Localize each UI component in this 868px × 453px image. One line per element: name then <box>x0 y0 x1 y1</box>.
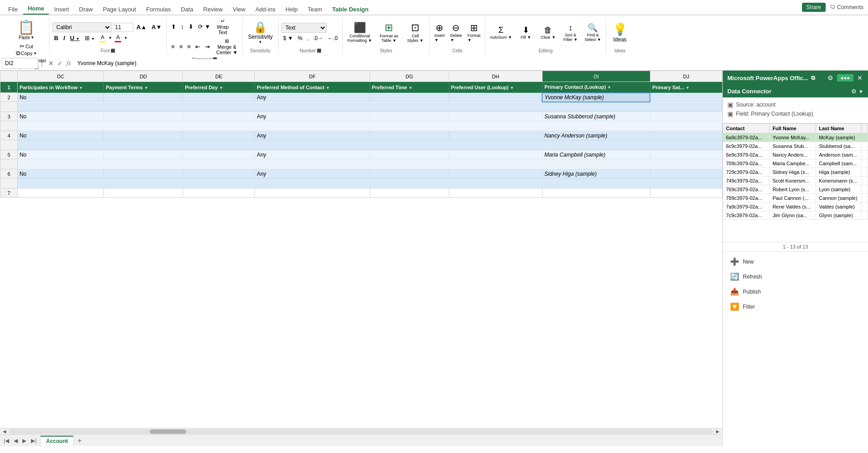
cell-de2[interactable] <box>183 93 255 102</box>
tab-insert[interactable]: Insert <box>50 4 74 15</box>
underline-button[interactable]: U ▼ <box>68 34 81 42</box>
enter-formula-button[interactable]: ✓ <box>56 59 64 68</box>
borders-button[interactable]: ⊞ ▼ <box>83 34 97 42</box>
side-data-row[interactable]: 7a9c3979-02a... Rene Valdes (s... Valdes… <box>723 203 868 211</box>
cell-dg2[interactable] <box>370 93 449 102</box>
cell-dh3[interactable] <box>449 112 542 121</box>
row-num-7[interactable]: 7 <box>0 188 18 198</box>
col-header-dc[interactable]: DC <box>17 71 104 82</box>
row-num-4b[interactable] <box>0 140 18 150</box>
cancel-formula-button[interactable]: ✕ <box>47 59 55 68</box>
tab-formulas[interactable]: Formulas <box>142 4 175 15</box>
cell-de4[interactable] <box>183 131 255 140</box>
cell-dg6[interactable] <box>370 169 449 178</box>
align-left-button[interactable]: ≡ <box>169 37 177 56</box>
bold-button[interactable]: B <box>52 34 60 42</box>
tab-review[interactable]: Review <box>199 4 228 15</box>
cell-dc5[interactable]: No <box>17 150 104 159</box>
col-header-di[interactable]: DI <box>542 71 650 82</box>
side-data-row[interactable]: 729c3979-02a... Sidney Higa (s... Higa (… <box>723 168 868 177</box>
tab-help[interactable]: Help <box>281 4 302 15</box>
cell-dj7[interactable] <box>650 188 722 198</box>
cut-button[interactable]: ✂ Cut <box>20 43 33 50</box>
cell-di7[interactable] <box>542 188 650 198</box>
cell-dc4[interactable]: No <box>17 131 104 140</box>
increase-font-button[interactable]: A▲ <box>135 23 148 31</box>
cell-dj5[interactable] <box>650 150 722 159</box>
align-bottom-button[interactable]: ⬇ <box>187 17 195 36</box>
cell-dd5[interactable] <box>104 150 183 159</box>
side-data-row[interactable]: 709c3979-02a... Maria Campbe... Campbell… <box>723 159 868 168</box>
cell-dj1[interactable]: Primary Sat... ▼ <box>650 82 722 93</box>
find-select-button[interactable]: 🔍 Find &Select ▼ <box>583 22 603 43</box>
row-num-2b[interactable] <box>0 102 18 112</box>
increase-decimal-button[interactable]: .0→ <box>311 34 325 42</box>
cell-dh6[interactable] <box>449 169 542 178</box>
scroll-thumb[interactable] <box>9 429 713 434</box>
col-header-dg[interactable]: DG <box>370 71 449 82</box>
side-action-filter[interactable]: 🔽 Filter <box>727 300 863 313</box>
cell-dg3[interactable] <box>370 112 449 121</box>
cell-de5[interactable] <box>183 150 255 159</box>
side-data-row[interactable]: 749c3979-02a... Scott Konersm... Konersm… <box>723 177 868 185</box>
side-data-row[interactable]: 769c3979-02a... Robert Lyon (s... Lyon (… <box>723 185 868 194</box>
cell-di5[interactable]: Maria Campbell (sample) <box>542 150 650 159</box>
side-data-row[interactable]: 6a9c3979-02a... Yvonne McKay... McKay (s… <box>723 133 868 142</box>
cell-de7[interactable] <box>183 188 255 198</box>
cell-dd7[interactable] <box>104 188 183 198</box>
cell-df5[interactable]: Any <box>255 150 370 159</box>
col-header-dj[interactable]: DJ <box>650 71 722 82</box>
row-num-5[interactable]: 5 <box>0 150 18 159</box>
row-num-1[interactable]: 1 <box>0 82 18 93</box>
paste-button[interactable]: 📋 Paste ▼ <box>14 17 38 42</box>
side-data-row[interactable]: 6e9c3979-02a... Nancy Anders... Anderson… <box>723 151 868 159</box>
cell-de1[interactable]: Preferred Day ▼ <box>183 82 255 93</box>
conditional-formatting-button[interactable]: ⬛ ConditionalFormatting ▼ <box>345 21 374 44</box>
add-sheet-button[interactable]: + <box>76 437 83 445</box>
cell-dh5[interactable] <box>449 150 542 159</box>
side-panel-expand-icon[interactable]: ⧉ <box>811 75 815 81</box>
increase-indent-button[interactable]: ⇥ <box>203 37 212 56</box>
fill-color-button[interactable]: A <box>98 34 107 43</box>
italic-button[interactable]: I <box>61 34 67 42</box>
cell-dc1[interactable]: Participates in Workflow ▼ <box>17 82 104 93</box>
cell-dh2[interactable] <box>449 93 542 102</box>
side-panel-data-scroll[interactable]: Contact Full Name Last Name 6a9c3979-02a… <box>723 123 868 242</box>
cell-di3[interactable]: Susanna Stubberod (sample) <box>542 112 650 121</box>
row-num-6b[interactable] <box>0 178 18 188</box>
data-connector-expand-button[interactable]: ▼ <box>858 88 863 95</box>
col-header-de[interactable]: DE <box>183 71 255 82</box>
cell-dd1[interactable]: Payment Terms ▼ <box>104 82 183 93</box>
align-middle-button[interactable]: ↕ <box>179 17 186 36</box>
row-num-4[interactable]: 4 <box>0 131 18 140</box>
tab-team[interactable]: Team <box>303 4 327 15</box>
tab-data[interactable]: Data <box>176 4 198 15</box>
cell-dg7[interactable] <box>370 188 449 198</box>
cell-name-box[interactable] <box>2 58 38 69</box>
cell-di2[interactable]: Yvonne McKay (sample) <box>542 93 650 102</box>
wrap-text-button[interactable]: ↵WrapText <box>215 17 230 36</box>
horizontal-scrollbar[interactable]: ◀ ▶ <box>0 428 722 434</box>
fill-button[interactable]: ⬇ Fill ▼ <box>516 24 536 41</box>
font-size-input[interactable] <box>113 23 133 32</box>
cell-df1[interactable]: Preferred Method of Contact ▼ <box>255 82 370 93</box>
formula-input[interactable] <box>76 59 866 67</box>
cell-dj4[interactable] <box>650 131 722 140</box>
side-panel-refresh-status-button[interactable]: ●●● <box>837 74 853 81</box>
tab-home[interactable]: Home <box>23 3 49 15</box>
copy-button[interactable]: ⧉ Copy ▼ <box>16 50 37 57</box>
clear-button[interactable]: 🗑 Clear ▼ <box>538 25 558 41</box>
cell-di1[interactable]: Primary Contact (Lookup) ▼ <box>542 82 650 93</box>
cell-dg1[interactable]: Preferred Time ▼ <box>370 82 449 93</box>
orientation-button[interactable]: ⟳ ▼ <box>196 17 212 36</box>
sensitivity-button[interactable]: 🔒 Sensitivity ▼ <box>245 20 275 45</box>
cell-di6[interactable]: Sidney Higa (sample) <box>542 169 650 178</box>
tab-file[interactable]: File <box>4 4 22 15</box>
side-panel-settings-button[interactable]: ⚙ <box>827 73 834 82</box>
number-format-select[interactable]: Text <box>281 23 327 33</box>
col-header-df[interactable]: DF <box>255 71 370 82</box>
row-num-6[interactable]: 6 <box>0 169 18 178</box>
cell-df6[interactable]: Any <box>255 169 370 178</box>
data-connector-settings-button[interactable]: ⚙ <box>851 88 857 95</box>
align-right-button[interactable]: ≡ <box>185 37 193 56</box>
